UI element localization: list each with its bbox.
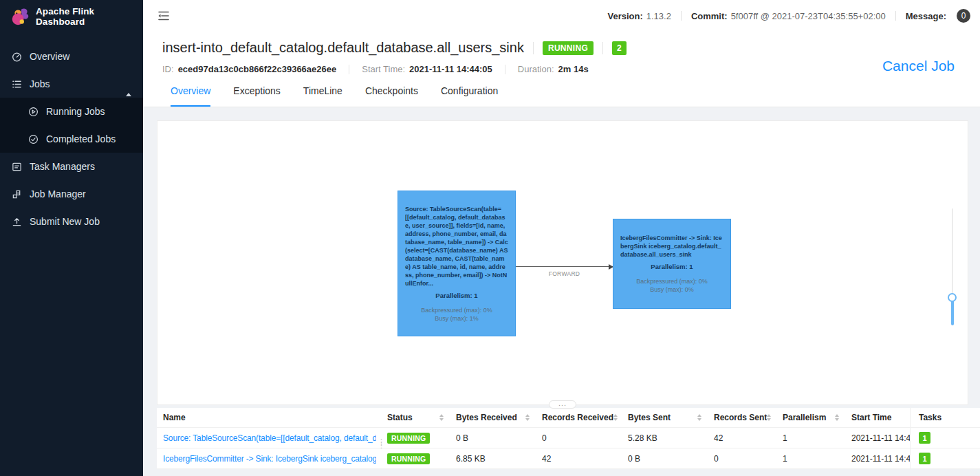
sort-caret-icon <box>767 414 772 421</box>
records-sent-cell: 0 <box>708 454 777 464</box>
table-row: Source: TableSourceScan(table=[[default_… <box>157 428 980 448</box>
job-status-badge: RUNNING <box>543 41 594 55</box>
sidebar-item-overview[interactable]: Overview <box>0 43 143 70</box>
tasks-count-badge: 1 <box>919 453 930 464</box>
tab-configuration[interactable]: Configuration <box>441 85 498 107</box>
job-meta-row: ID: eced97da13c0cb866f22c39366ae26ee Sta… <box>143 56 980 74</box>
version-value: 1.13.2 <box>646 11 671 21</box>
job-graph-panel[interactable]: Source: TableSourceScan(table=[[default_… <box>157 120 968 405</box>
tab-timeline[interactable]: TimeLine <box>303 85 342 107</box>
commit-label: Commit: <box>691 11 728 21</box>
sidebar-item-task-managers[interactable]: Task Managers <box>0 153 143 180</box>
logo-row[interactable]: Apache Flink Dashboard <box>0 0 143 33</box>
parallelism-cell: 1 <box>777 433 846 443</box>
table-header-row: Name Status Bytes Received Records Recei… <box>157 408 980 428</box>
column-resize-handle[interactable]: ⋮⋮ <box>378 440 385 447</box>
column-label: Bytes Received <box>456 413 517 422</box>
menu-fold-icon[interactable] <box>157 9 171 23</box>
sidebar-item-label: Submit New Job <box>30 216 100 227</box>
divider <box>349 65 349 74</box>
divider <box>602 42 603 54</box>
table-row: IcebergFilesCommitter -> Sink: IcebergSi… <box>157 448 980 469</box>
server-icon <box>12 162 22 172</box>
tasks-count-badge: 1 <box>919 432 930 444</box>
vertex-name-link[interactable]: IcebergFilesCommitter -> Sink: IcebergSi… <box>163 454 376 464</box>
chevron-up-icon <box>126 82 131 93</box>
column-header-records-received[interactable]: Records Received <box>536 413 622 422</box>
sidebar-item-completed-jobs[interactable]: Completed Jobs <box>0 125 143 153</box>
job-title: insert-into_default_catalog.default_data… <box>162 40 524 56</box>
commit-value: 5f007ff @ 2021-07-23T04:35:55+02:00 <box>731 11 886 21</box>
column-header-name: Name <box>157 413 382 422</box>
sort-caret-icon <box>613 414 619 421</box>
job-id-value: eced97da13c0cb866f22c39366ae26ee <box>178 64 337 74</box>
status-badge: RUNNING <box>387 453 430 464</box>
node-backpressured: Backpressured (max): 0% <box>405 306 508 314</box>
panel-resize-handle[interactable]: ... <box>549 400 576 409</box>
play-circle-icon <box>28 107 39 117</box>
slider-handle[interactable] <box>948 293 957 302</box>
build-blocks-icon <box>12 189 22 199</box>
graph-node-source[interactable]: Source: TableSourceScan(table=[[default_… <box>398 191 516 336</box>
sidebar-item-label: Running Jobs <box>46 106 105 117</box>
message-label: Message: <box>906 11 946 21</box>
sidebar-item-jobs[interactable]: Jobs <box>0 70 143 98</box>
column-header-status[interactable]: Status <box>382 413 450 422</box>
start-time-label: Start Time: <box>362 64 405 74</box>
node-parallelism: Parallelism: 1 <box>405 292 508 300</box>
records-received-cell: 0 <box>536 433 622 443</box>
divider <box>505 65 505 74</box>
sidebar-item-job-manager[interactable]: Job Manager <box>0 180 143 208</box>
main-area: Version: 1.13.2 Commit: 5f007ff @ 2021-0… <box>143 0 980 476</box>
column-label: Records Sent <box>714 413 767 422</box>
tab-exceptions[interactable]: Exceptions <box>233 85 280 107</box>
column-header-parallelism[interactable]: Parallelism <box>777 413 846 422</box>
parallelism-cell: 1 <box>777 454 846 464</box>
column-label: Parallelism <box>783 413 826 422</box>
bytes-received-cell: 6.85 KB <box>450 454 536 464</box>
sidebar-item-running-jobs[interactable]: Running Jobs <box>0 98 143 125</box>
check-circle-icon <box>28 134 39 144</box>
tab-overview[interactable]: Overview <box>171 85 210 107</box>
jobs-submenu: Running Jobs Completed Jobs <box>0 98 143 153</box>
tabs-bar: Overview Exceptions TimeLine Checkpoints… <box>143 74 980 107</box>
graph-zoom-slider[interactable] <box>952 208 953 325</box>
column-label: Status <box>387 413 413 422</box>
node-description: IcebergFilesCommitter -> Sink: IcebergSi… <box>620 234 723 259</box>
upload-icon <box>12 217 22 227</box>
vertex-name-link[interactable]: Source: TableSourceScan(table=[[default_… <box>163 433 376 443</box>
sidebar-item-label: Completed Jobs <box>46 133 116 144</box>
graph-node-sink[interactable]: IcebergFilesCommitter -> Sink: IcebergSi… <box>613 219 731 309</box>
slider-fill <box>951 298 954 325</box>
sidebar: Apache Flink Dashboard Overview Jobs <box>0 0 143 476</box>
task-count-badge: 2 <box>612 41 627 55</box>
sort-caret-icon <box>835 414 840 421</box>
column-header-records-sent[interactable]: Records Sent <box>708 413 777 422</box>
start-time-value: 2021-11-11 14:44:05 <box>409 64 492 74</box>
sidebar-item-label: Jobs <box>30 78 50 89</box>
edge-label: FORWARD <box>516 270 613 277</box>
bytes-sent-cell: 5.28 KB <box>622 433 708 443</box>
message-count-badge[interactable]: 0 <box>957 9 970 23</box>
list-icon <box>12 79 22 89</box>
dashboard-icon <box>12 52 22 62</box>
sidebar-item-label: Task Managers <box>30 161 95 172</box>
job-title-row: insert-into_default_catalog.default_data… <box>143 32 980 56</box>
tab-checkpoints[interactable]: Checkpoints <box>365 85 418 107</box>
sidebar-item-label: Job Manager <box>30 188 86 199</box>
vertex-table: Name Status Bytes Received Records Recei… <box>157 408 980 469</box>
node-metrics: Backpressured (max): 0% Busy (max): 0% <box>620 277 723 294</box>
version-label: Version: <box>607 11 642 21</box>
build-info: Version: 1.13.2 Commit: 5f007ff @ 2021-0… <box>607 9 970 23</box>
cancel-job-button[interactable]: Cancel Job <box>882 58 955 74</box>
node-parallelism: Parallelism: 1 <box>620 263 723 271</box>
divider <box>681 11 682 21</box>
start-time-cell: 2021-11-11 14:44:05 <box>846 433 910 443</box>
sidebar-item-submit-new-job[interactable]: Submit New Job <box>0 208 143 235</box>
column-header-bytes-sent[interactable]: Bytes Sent <box>622 413 708 422</box>
column-header-start-time[interactable]: Start Time <box>846 413 910 422</box>
column-header-bytes-received[interactable]: Bytes Received <box>450 413 536 422</box>
sort-caret-icon <box>697 414 703 421</box>
sidebar-item-label: Overview <box>30 51 69 62</box>
divider <box>533 42 534 54</box>
